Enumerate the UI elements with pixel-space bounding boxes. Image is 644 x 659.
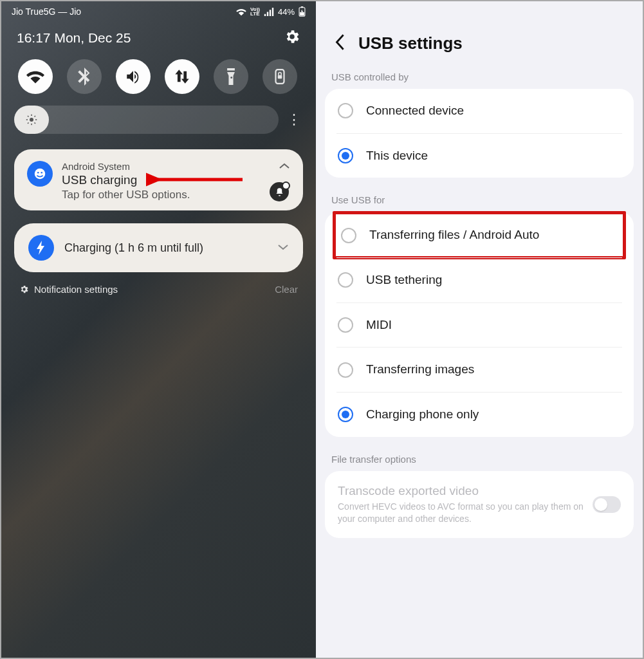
svg-rect-2: [300, 12, 304, 15]
bluetooth-icon: [77, 68, 91, 86]
section-controlled-by: USB controlled by: [316, 71, 643, 89]
radio-icon: [341, 228, 356, 243]
section-use-usb-for: Use USB for: [316, 194, 643, 212]
notification-title: USB charging: [62, 173, 270, 187]
volume-icon: [125, 69, 142, 84]
page-title: USB settings: [358, 33, 463, 53]
flashlight-icon: [225, 68, 237, 85]
option-transfer-images[interactable]: Transferring images: [336, 347, 622, 392]
option-transfer-files[interactable]: Transferring files / Android Auto: [333, 211, 626, 259]
notification-footer: Notification settings Clear: [1, 272, 316, 306]
wifi-icon: [26, 69, 44, 84]
chevron-left-icon: [334, 33, 345, 51]
settings-header: USB settings: [316, 1, 643, 71]
controlled-by-card: Connected device This device: [325, 89, 634, 178]
notification-subtitle: Tap for other USB options.: [62, 189, 270, 201]
data-arrows-icon: [174, 68, 190, 85]
brightness-thumb[interactable]: [14, 106, 49, 134]
section-file-transfer-options: File transfer options: [316, 454, 643, 471]
radio-icon: [338, 362, 353, 378]
brightness-more-icon[interactable]: [285, 118, 303, 122]
qs-bluetooth-toggle[interactable]: [67, 59, 102, 94]
volte-icon: Vo))LTE: [250, 7, 260, 16]
bell-icon[interactable]: [270, 182, 289, 201]
gear-icon: [19, 284, 29, 294]
svg-point-16: [41, 172, 42, 174]
qs-flashlight-toggle[interactable]: [214, 59, 248, 94]
svg-point-14: [35, 169, 46, 180]
svg-point-5: [30, 118, 33, 122]
radio-icon: [338, 148, 353, 163]
wifi-icon: [236, 8, 246, 16]
rotation-lock-icon: [273, 68, 287, 85]
usb-settings-screen: USB settings USB controlled by Connected…: [316, 1, 643, 658]
option-label: MIDI: [366, 317, 621, 333]
radio-icon: [338, 317, 353, 333]
radio-icon: [338, 272, 353, 288]
option-label: This device: [366, 148, 621, 164]
charging-notification[interactable]: Charging (1 h 6 m until full): [14, 223, 303, 272]
svg-line-11: [35, 123, 36, 124]
svg-line-12: [28, 123, 29, 124]
option-usb-tethering[interactable]: USB tethering: [336, 257, 622, 302]
notification-app-label: Android System: [62, 161, 270, 172]
clear-notifications-button[interactable]: Clear: [275, 284, 298, 295]
svg-rect-1: [301, 6, 304, 8]
option-label: Charging phone only: [366, 407, 621, 423]
svg-line-13: [35, 116, 36, 117]
signal-icon: [264, 8, 274, 16]
bolt-icon: [28, 235, 54, 261]
option-label: Transferring files / Android Auto: [369, 227, 618, 243]
option-label: USB tethering: [366, 272, 621, 288]
option-midi[interactable]: MIDI: [336, 302, 622, 348]
status-icons: Vo))LTE 44%: [236, 6, 306, 17]
svg-point-15: [37, 172, 39, 174]
transcode-title: Transcode exported video: [338, 484, 584, 498]
notification-settings-link[interactable]: Notification settings: [19, 284, 118, 295]
collapse-chevron-icon[interactable]: [279, 161, 290, 172]
svg-rect-4: [278, 75, 282, 79]
notification-shade: Jio True5G — Jio Vo))LTE 44% 16:17 Mon, …: [1, 1, 316, 658]
transcode-description: Convert HEVC videos to AVC format so you…: [338, 501, 584, 525]
sun-icon: [26, 114, 37, 125]
brightness-slider[interactable]: [14, 106, 279, 134]
option-label: Connected device: [366, 103, 621, 119]
battery-icon: [299, 6, 306, 17]
carrier-label: Jio True5G — Jio: [12, 6, 81, 17]
charging-text: Charging (1 h 6 m until full): [64, 241, 267, 255]
svg-line-10: [28, 116, 29, 117]
option-connected-device[interactable]: Connected device: [325, 89, 634, 133]
transcode-option[interactable]: Transcode exported video Convert HEVC vi…: [325, 471, 634, 538]
qs-toggle-row: [1, 59, 316, 106]
option-charging-only[interactable]: Charging phone only: [336, 392, 622, 437]
brightness-row: [1, 106, 316, 149]
qs-sound-toggle[interactable]: [116, 59, 151, 94]
usb-notification[interactable]: Android System USB charging Tap for othe…: [14, 149, 303, 210]
transcode-toggle[interactable]: [593, 496, 621, 513]
option-this-device[interactable]: This device: [336, 133, 622, 178]
radio-icon: [338, 407, 353, 422]
android-system-icon: [27, 161, 53, 187]
back-button[interactable]: [334, 33, 345, 53]
qs-data-toggle[interactable]: [165, 59, 199, 94]
qs-time-date: 16:17 Mon, Dec 25: [17, 30, 131, 46]
expand-chevron-icon[interactable]: [277, 242, 289, 254]
use-for-card: Transferring files / Android Auto USB te…: [325, 212, 634, 436]
radio-icon: [338, 103, 353, 118]
status-bar: Jio True5G — Jio Vo))LTE 44%: [1, 1, 316, 19]
qs-rotation-toggle[interactable]: [262, 59, 297, 94]
settings-gear-icon[interactable]: [284, 28, 300, 48]
option-label: Transferring images: [366, 362, 621, 378]
qs-header: 16:17 Mon, Dec 25: [1, 19, 316, 59]
notification-settings-label: Notification settings: [34, 284, 118, 295]
qs-wifi-toggle[interactable]: [18, 59, 53, 94]
battery-percent-label: 44%: [278, 7, 295, 17]
